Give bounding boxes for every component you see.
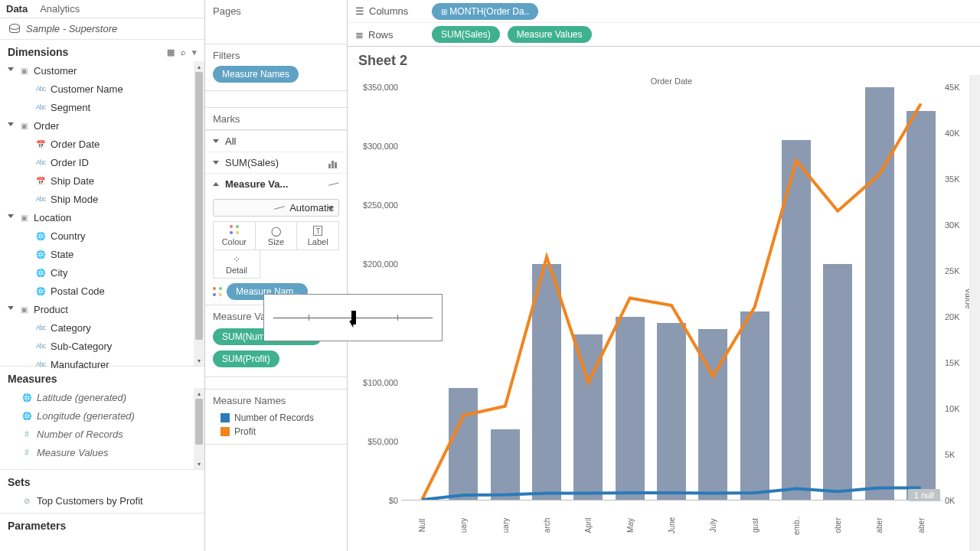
sheet-title[interactable]: Sheet 2 — [348, 47, 980, 75]
dim-field[interactable]: AbcOrder ID — [0, 153, 204, 171]
y-left-tick: $350,000 — [354, 83, 398, 92]
dim-field[interactable]: 🌐State — [0, 245, 204, 263]
geo-icon: 🌐 — [21, 412, 32, 420]
size-icon: ◯ — [256, 225, 297, 237]
cursor-icon — [351, 318, 361, 332]
geo-icon: 🌐 — [35, 232, 46, 240]
legend-item[interactable]: Profit — [213, 425, 339, 439]
dim-field[interactable]: 📅Order Date — [0, 135, 204, 153]
marks-measure-values[interactable]: Measure Va... — [205, 173, 347, 194]
rows-pill[interactable]: SUM(Sales) — [432, 26, 500, 43]
dim-folder[interactable]: ▣Order — [0, 116, 204, 135]
folder-icon: ▣ — [18, 122, 29, 130]
dim-field[interactable]: AbcSub-Category — [0, 337, 204, 355]
dim-field[interactable]: AbcSegment — [0, 98, 204, 116]
abc-icon: Abc — [35, 342, 46, 350]
dimensions-tree: ▣CustomerAbcCustomer NameAbcSegment▣Orde… — [0, 61, 204, 373]
scroll-up-icon[interactable]: ▴ — [194, 388, 204, 399]
dim-folder[interactable]: ▣Product — [0, 300, 204, 318]
num-icon: # — [21, 430, 32, 439]
datasource-item[interactable]: Sample - Superstore — [0, 18, 204, 39]
x-tick: June — [668, 504, 676, 546]
dim-field[interactable]: AbcCategory — [0, 318, 204, 337]
measure-field[interactable]: #Measure Values — [0, 443, 204, 461]
dim-field[interactable]: 🌐Country — [0, 227, 204, 245]
abc-icon: Abc — [35, 324, 46, 331]
x-tick: arch — [543, 504, 551, 546]
parameters-header: Parameters — [0, 513, 204, 535]
bar-icon — [328, 158, 339, 168]
detail-button[interactable]: ⁘Detail — [214, 250, 260, 278]
marks-shelf: Marks — [205, 108, 347, 130]
rows-pill[interactable]: Measure Values — [508, 26, 592, 43]
label-button[interactable]: 🅃Label — [297, 222, 338, 249]
marks-all[interactable]: All — [205, 130, 347, 152]
scrollbar[interactable]: ▴ ▾ — [194, 388, 204, 469]
marks-sum-sales[interactable]: SUM(Sales) — [205, 152, 347, 173]
x-tick: gust — [750, 504, 759, 546]
dim-folder[interactable]: ▣Customer — [0, 61, 204, 80]
datasource-name: Sample - Superstore — [26, 23, 117, 34]
size-button[interactable]: ◯Size — [256, 222, 298, 249]
scrollbar[interactable]: ▴ ▾ — [194, 61, 204, 366]
x-axis-title: Order Date — [401, 75, 942, 87]
measures-tree: 🌐Latitude (generated)🌐Longitude (generat… — [0, 388, 204, 461]
dim-field[interactable]: AbcCustomer Name — [0, 80, 204, 98]
view-grid-icon[interactable]: ▦ — [167, 47, 175, 57]
x-tick: Null — [418, 504, 426, 546]
sets-header: Sets — [0, 469, 204, 491]
colour-button[interactable]: Colour — [214, 222, 256, 249]
filters-shelf[interactable]: Filters Measure Names — [205, 44, 347, 91]
size-slider-popup[interactable] — [263, 294, 443, 341]
y-left-tick: $0 — [354, 496, 398, 505]
measure-value-pill[interactable]: SUM(Profit) — [213, 350, 279, 367]
set-item[interactable]: ⊘ Top Customers by Profit — [0, 491, 204, 510]
scroll-down-icon[interactable]: ▾ — [194, 458, 204, 469]
y-left-tick: $300,000 — [354, 142, 398, 151]
x-tick: uary — [459, 504, 468, 546]
set-icon: ⊘ — [21, 497, 32, 505]
pages-shelf[interactable]: Pages — [205, 0, 347, 44]
mark-type-select[interactable]: Automatic — [213, 199, 339, 217]
colour-icon — [213, 287, 222, 296]
measure-field[interactable]: #Number of Records — [0, 425, 204, 443]
database-icon — [9, 24, 20, 34]
dim-field[interactable]: 🌐Postal Code — [0, 282, 204, 300]
x-tick: uary — [501, 504, 509, 546]
line-number-of-records[interactable] — [422, 487, 921, 500]
dim-field[interactable]: 📅Ship Date — [0, 171, 204, 190]
dimensions-header: Dimensions ▦ ⌕ ▾ — [0, 39, 204, 61]
menu-icon[interactable]: ▾ — [192, 47, 197, 57]
line-profit[interactable] — [422, 104, 921, 500]
abc-icon: Abc — [35, 360, 46, 368]
dim-folder[interactable]: ▣Location — [0, 208, 204, 227]
scroll-up-icon[interactable]: ▴ — [194, 61, 204, 72]
tab-data[interactable]: Data — [6, 3, 28, 15]
measure-field[interactable]: 🌐Longitude (generated) — [0, 406, 204, 425]
measure-field[interactable]: 🌐Latitude (generated) — [0, 388, 204, 406]
dim-field[interactable]: AbcShip Mode — [0, 190, 204, 208]
dim-field[interactable]: AbcManufacturer — [0, 355, 204, 373]
abc-icon: Abc — [35, 195, 46, 203]
geo-icon: 🌐 — [35, 269, 46, 277]
columns-pill[interactable]: ⊞ MONTH(Order Da.. — [432, 3, 538, 20]
date-icon: 📅 — [35, 177, 46, 185]
label-icon: 🅃 — [297, 225, 338, 237]
legend-swatch — [220, 413, 230, 422]
search-icon[interactable]: ⌕ — [181, 47, 186, 57]
chart[interactable]: $0$50,000$100,000$150,000$200,000$250,00… — [401, 87, 942, 500]
y-left-tick: $250,000 — [354, 201, 398, 210]
dim-field[interactable]: 🌐City — [0, 263, 204, 282]
y-left-tick: $100,000 — [354, 378, 398, 387]
abc-icon: Abc — [35, 158, 46, 166]
scroll-down-icon[interactable]: ▾ — [194, 355, 204, 366]
x-tick: July — [709, 504, 717, 546]
null-indicator[interactable]: 1 null — [908, 489, 940, 501]
rows-label: ≣Rows — [355, 29, 424, 41]
filter-pill[interactable]: Measure Names — [213, 66, 299, 83]
tab-analytics[interactable]: Analytics — [40, 3, 80, 15]
line-icon — [274, 203, 285, 214]
detail-icon: ⁘ — [214, 253, 260, 266]
folder-icon: ▣ — [18, 305, 29, 314]
legend-item[interactable]: Number of Records — [213, 411, 339, 425]
